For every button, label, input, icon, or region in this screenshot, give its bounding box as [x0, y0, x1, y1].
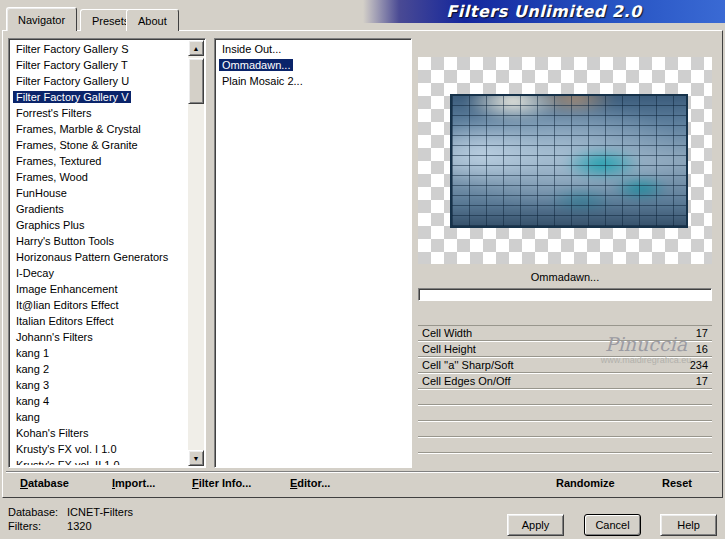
navigator-item[interactable]: Frames, Wood [11, 169, 187, 185]
filters-unlimited-window: Filters Unlimited 2.0 Navigator Presets … [0, 0, 725, 539]
filter-info-button[interactable]: Filter Info... [192, 477, 251, 489]
navigator-item[interactable]: FunHouse [11, 185, 187, 201]
navigator-item-label: kang 1 [13, 347, 52, 359]
help-button-label: Help [677, 519, 700, 531]
window-title: Filters Unlimited 2.0 [446, 2, 641, 21]
status-database-value: ICNET-Filters [67, 506, 133, 518]
navigator-item[interactable]: Frames, Marble & Crystal [11, 121, 187, 137]
tab-navigator-label: Navigator [18, 14, 65, 26]
navigator-item[interactable]: Krusty's FX vol. I 1.0 [11, 441, 187, 457]
progress-bar [418, 288, 712, 301]
preview-mosaic-grid [452, 96, 686, 226]
filter-listbox: Inside Out...Ommadawn...Plain Mosaic 2..… [214, 38, 412, 468]
apply-button[interactable]: Apply [507, 514, 564, 536]
navigator-item-label: Frames, Marble & Crystal [13, 123, 144, 135]
navigator-item[interactable]: Gradients [11, 201, 187, 217]
navigator-item[interactable]: Krusty's FX vol. II 1.0 [11, 457, 187, 465]
navigator-item-label: Filter Factory Gallery S [13, 43, 131, 55]
navigator-item-label: Frames, Stone & Granite [13, 139, 141, 151]
database-button[interactable]: Database [20, 477, 69, 489]
navigator-item-label: It@lian Editors Effect [13, 299, 122, 311]
navigator-item[interactable]: Filter Factory Gallery T [11, 57, 187, 73]
param-value: 16 [696, 342, 708, 356]
reset-button[interactable]: Reset [662, 477, 692, 489]
param-name: Cell Edges On/Off [422, 374, 510, 388]
navigator-item-label: Graphics Plus [13, 219, 87, 231]
navigator-item[interactable]: Johann's Filters [11, 329, 187, 345]
scroll-up-icon[interactable]: ▲ [188, 40, 204, 56]
filter-item-label: Ommadawn... [219, 59, 293, 71]
navigator-item[interactable]: kang [11, 409, 187, 425]
param-value: 17 [696, 326, 708, 340]
tab-navigator[interactable]: Navigator [6, 7, 77, 31]
navigator-item[interactable]: kang 1 [11, 345, 187, 361]
param-name: Cell Width [422, 326, 472, 340]
navigator-item-label: Krusty's FX vol. II 1.0 [13, 459, 123, 465]
filter-item[interactable]: Ommadawn... [217, 57, 409, 73]
navigator-item[interactable]: kang 3 [11, 377, 187, 393]
navigator-item[interactable]: Italian Editors Effect [11, 313, 187, 329]
navigator-item[interactable]: I-Decay [11, 265, 187, 281]
scrollbar-thumb[interactable] [188, 58, 204, 104]
tab-about-label: About [138, 15, 167, 27]
status-database-label: Database: [8, 506, 64, 518]
navigator-item[interactable]: Forrest's Filters [11, 105, 187, 121]
navigator-item-label: Harry's Button Tools [13, 235, 117, 247]
preview-transparency-area [418, 57, 712, 264]
editor-button[interactable]: Editor... [290, 477, 330, 489]
param-row[interactable]: Cell Height16 [418, 342, 712, 357]
navigator-item-label: Johann's Filters [13, 331, 96, 343]
navigator-item-label: Frames, Textured [13, 155, 104, 167]
cancel-button-label: Cancel [595, 519, 629, 531]
filter-item[interactable]: Inside Out... [217, 41, 409, 57]
navigator-item-label: Filter Factory Gallery U [13, 75, 132, 87]
navigator-item[interactable]: It@lian Editors Effect [11, 297, 187, 313]
navigator-item[interactable]: Frames, Stone & Granite [11, 137, 187, 153]
navigator-item-label: kang [13, 411, 43, 423]
navigator-item-label: kang 3 [13, 379, 52, 391]
category-list: Filter Factory Gallery SFilter Factory G… [11, 41, 187, 465]
randomize-button[interactable]: Randomize [556, 477, 615, 489]
navigator-item-label: FunHouse [13, 187, 70, 199]
import-button[interactable]: Import... [112, 477, 155, 489]
toolbar-separator [6, 471, 719, 473]
preview-image [450, 94, 688, 228]
filter-item-label: Plain Mosaic 2... [219, 75, 306, 87]
param-row[interactable]: Cell Edges On/Off17 [418, 374, 712, 389]
navigator-item-label: kang 2 [13, 363, 52, 375]
category-listbox: Filter Factory Gallery SFilter Factory G… [8, 38, 206, 468]
navigator-item-label: Filter Factory Gallery T [13, 59, 131, 71]
navigator-item[interactable]: kang 2 [11, 361, 187, 377]
navigator-item[interactable]: Filter Factory Gallery V [11, 89, 187, 105]
scroll-down-icon[interactable]: ▼ [188, 450, 204, 466]
navigator-item[interactable]: Graphics Plus [11, 217, 187, 233]
cancel-button[interactable]: Cancel [584, 514, 641, 536]
tab-about[interactable]: About [126, 9, 179, 31]
navigator-item[interactable]: Frames, Textured [11, 153, 187, 169]
navigator-item[interactable]: Harry's Button Tools [11, 233, 187, 249]
param-row[interactable]: Cell ''a'' Sharp/Soft234 [418, 358, 712, 373]
navigator-item[interactable]: Image Enhancement [11, 281, 187, 297]
navigator-item[interactable]: Horizonaus Pattern Generators [11, 249, 187, 265]
param-value: 17 [696, 374, 708, 388]
category-scrollbar[interactable]: ▲ ▼ [188, 40, 204, 466]
navigator-item-label: Krusty's FX vol. I 1.0 [13, 443, 120, 455]
param-row[interactable]: Cell Width17 [418, 326, 712, 341]
param-row-empty [418, 390, 712, 405]
status-filters-label: Filters: [8, 520, 64, 532]
navigator-item-label: Filter Factory Gallery V [13, 91, 131, 103]
param-value: 234 [690, 358, 708, 372]
apply-button-label: Apply [522, 519, 550, 531]
navigator-item-label: Kohan's Filters [13, 427, 91, 439]
navigator-item-label: Image Enhancement [13, 283, 121, 295]
param-row-empty [418, 438, 712, 453]
navigator-item[interactable]: Filter Factory Gallery U [11, 73, 187, 89]
navigator-item[interactable]: Filter Factory Gallery S [11, 41, 187, 57]
param-name: Cell Height [422, 342, 476, 356]
navigator-item-label: kang 4 [13, 395, 52, 407]
filter-item[interactable]: Plain Mosaic 2... [217, 73, 409, 89]
help-button[interactable]: Help [660, 514, 717, 536]
navigator-item[interactable]: Kohan's Filters [11, 425, 187, 441]
navigator-item[interactable]: kang 4 [11, 393, 187, 409]
filter-list: Inside Out...Ommadawn...Plain Mosaic 2..… [217, 41, 409, 465]
